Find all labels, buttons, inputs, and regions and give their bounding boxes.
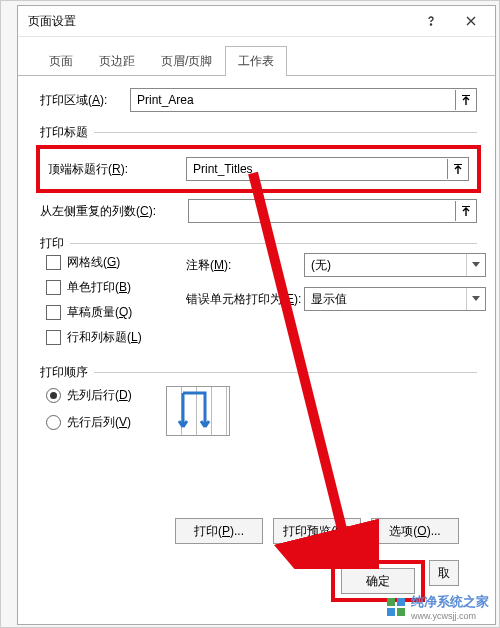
svg-point-0 — [430, 24, 431, 25]
radio-over-down[interactable]: 先行后列(V) — [46, 414, 477, 431]
svg-rect-8 — [397, 608, 405, 616]
errors-select[interactable]: 显示值 — [304, 287, 486, 311]
radio-down-over-label: 先列后行(D) — [67, 387, 132, 404]
svg-rect-1 — [462, 95, 470, 96]
range-picker-icon[interactable] — [447, 159, 468, 179]
close-button[interactable] — [451, 7, 491, 35]
ok-button[interactable]: 确定 — [341, 568, 415, 594]
print-area-label: 打印区域(A): — [40, 92, 130, 109]
top-row-field[interactable] — [186, 157, 469, 181]
order-illustration — [166, 386, 230, 436]
svg-rect-2 — [454, 164, 462, 165]
watermark: 纯净系统之家 www.ycwsjj.com — [387, 593, 489, 621]
errors-value: 显示值 — [305, 291, 466, 308]
watermark-url: www.ycwsjj.com — [411, 611, 489, 621]
print-right-column: 注释(M): (无) 错误单元格打印为(E): 显示值 — [186, 253, 486, 321]
page-setup-dialog: 页面设置 页面 页边距 页眉/页脚 工作表 打印区域(A): — [17, 5, 496, 625]
preview-button[interactable]: 打印预览(W) — [273, 518, 361, 544]
comments-label: 注释(M): — [186, 257, 304, 274]
check-rowcol[interactable]: 行和列标题(L) — [46, 329, 477, 346]
radio-down-over[interactable]: 先列后行(D) — [46, 387, 477, 404]
titles-group-label: 打印标题 — [40, 124, 88, 141]
dialog-title: 页面设置 — [28, 13, 411, 30]
highlight-top-row: 顶端标题行(R): — [36, 145, 481, 193]
range-picker-icon[interactable] — [455, 90, 476, 110]
svg-rect-5 — [387, 598, 395, 606]
print-button[interactable]: 打印(P)... — [175, 518, 263, 544]
top-row-label: 顶端标题行(R): — [48, 161, 186, 178]
order-group-label: 打印顺序 — [40, 364, 88, 381]
range-picker-icon[interactable] — [455, 201, 476, 221]
tab-page[interactable]: 页面 — [36, 46, 86, 76]
chevron-down-icon — [466, 288, 485, 310]
titlebar: 页面设置 — [18, 6, 495, 37]
top-row-input[interactable] — [187, 162, 447, 176]
command-bar: 打印(P)... 打印预览(W) 选项(O)... — [40, 512, 477, 550]
chevron-down-icon — [466, 254, 485, 276]
tab-margins[interactable]: 页边距 — [86, 46, 148, 76]
svg-rect-3 — [462, 206, 470, 207]
comments-select[interactable]: (无) — [304, 253, 486, 277]
check-bw-label: 单色打印(B) — [67, 279, 131, 296]
radio-over-down-label: 先行后列(V) — [67, 414, 131, 431]
cancel-button[interactable]: 取 — [429, 560, 459, 586]
tab-sheet[interactable]: 工作表 — [225, 46, 287, 76]
svg-rect-7 — [387, 608, 395, 616]
comments-value: (无) — [305, 257, 466, 274]
tab-headerfooter[interactable]: 页眉/页脚 — [148, 46, 225, 76]
print-area-field[interactable] — [130, 88, 477, 112]
check-gridlines-label: 网格线(G) — [67, 254, 120, 271]
help-button[interactable] — [411, 7, 451, 35]
logo-icon — [387, 598, 405, 616]
left-col-field[interactable] — [188, 199, 477, 223]
svg-rect-6 — [397, 598, 405, 606]
watermark-text: 纯净系统之家 — [411, 593, 489, 611]
left-col-label: 从左侧重复的列数(C): — [40, 203, 188, 220]
options-button[interactable]: 选项(O)... — [371, 518, 459, 544]
print-area-input[interactable] — [131, 93, 455, 107]
left-col-input[interactable] — [189, 204, 455, 218]
print-group-label: 打印 — [40, 235, 64, 252]
check-draft-label: 草稿质量(Q) — [67, 304, 132, 321]
print-area-row: 打印区域(A): — [40, 88, 477, 112]
check-rowcol-label: 行和列标题(L) — [67, 329, 142, 346]
tab-strip: 页面 页边距 页眉/页脚 工作表 — [18, 43, 495, 76]
errors-label: 错误单元格打印为(E): — [186, 291, 304, 308]
